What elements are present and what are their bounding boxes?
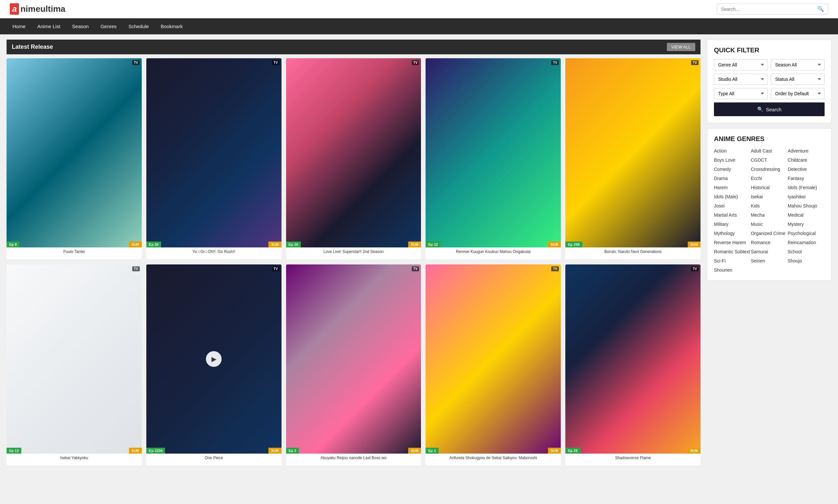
genre-link-seinen[interactable]: Seinen xyxy=(751,257,788,265)
nav-genres[interactable]: Genres xyxy=(95,18,122,34)
genre-filter[interactable]: Genre All xyxy=(714,59,768,70)
anime-title: Fuuto Tantei xyxy=(6,248,142,259)
ep-badge: Ep 26 xyxy=(565,448,580,454)
genre-link-comedy[interactable]: Comedy xyxy=(714,166,751,173)
genre-link-cgdct[interactable]: CGDCT xyxy=(751,157,788,164)
anime-card[interactable]: TVEp 268SUBBoruto: Naruto Next Generatio… xyxy=(565,58,700,259)
genre-link-adventure[interactable]: Adventure xyxy=(788,147,824,155)
genre-link-harem[interactable]: Harem xyxy=(714,184,751,191)
genre-link-iyashikei[interactable]: Iyashikei xyxy=(788,193,824,200)
genre-link-organized-crime[interactable]: Organized Crime xyxy=(751,230,788,237)
ep-badge: Ep 12 xyxy=(6,448,21,454)
nav-season[interactable]: Season xyxy=(66,18,95,34)
quick-filter-panel: QUICK FILTER Genre All Season All Studio… xyxy=(707,40,832,123)
genre-link-historical[interactable]: Historical xyxy=(751,184,788,191)
filter-grid-row1: Genre All Season All xyxy=(714,59,824,70)
studio-filter[interactable]: Studio All xyxy=(714,74,768,85)
main-nav: Home Anime List Season Genres Schedule B… xyxy=(0,18,838,34)
anime-genres-title: ANIME GENRES xyxy=(714,135,824,143)
genre-link-kids[interactable]: Kids xyxy=(751,202,788,210)
genre-link-medical[interactable]: Medical xyxy=(788,212,824,219)
nav-schedule[interactable]: Schedule xyxy=(122,18,155,34)
header-search-container: 🔍 xyxy=(717,4,828,14)
genre-link-childcare[interactable]: Childcare xyxy=(788,157,824,164)
anime-title: Boruto: Naruto Next Generations xyxy=(565,248,700,259)
season-filter[interactable]: Season All xyxy=(771,59,824,70)
anime-card[interactable]: TVEp 12SUBIsekai Yakkyoku xyxy=(6,265,142,465)
genre-link-boys-love[interactable]: Boys Love xyxy=(714,157,751,164)
type-filter[interactable]: Type All xyxy=(714,88,768,99)
genre-link-mystery[interactable]: Mystery xyxy=(788,220,824,228)
anime-card[interactable]: TVEp 10SUBLove Live! Superstar!! 2nd Sea… xyxy=(286,58,421,259)
type-badge: TV xyxy=(272,266,280,271)
sidebar: QUICK FILTER Genre All Season All Studio… xyxy=(707,40,832,471)
genre-link-fantasy[interactable]: Fantasy xyxy=(788,175,824,182)
anime-title: Arifureta Shokugyou de Sekai Saikyou: Ma… xyxy=(426,454,561,465)
genre-link-samurai[interactable]: Samurai xyxy=(751,248,788,255)
ep-badge: Ep 12 xyxy=(426,241,440,248)
anime-grid-bottom: TVEp 12SUBIsekai YakkyokuTV▶Ep 1034SUBOn… xyxy=(6,265,700,465)
logo-rest: nimeultima xyxy=(20,4,65,14)
genre-link-idols-male[interactable]: Idols (Male) xyxy=(714,193,751,200)
type-badge: TV xyxy=(691,60,698,65)
genre-link-military[interactable]: Military xyxy=(714,220,751,228)
genre-link-reverse-harem[interactable]: Reverse Harem xyxy=(714,239,751,246)
sub-badge: SUB xyxy=(129,448,142,454)
ep-badge: Ep 1 xyxy=(426,448,438,454)
anime-grid-top: TVEp 9SUBFuuto TanteiTVEp 26SUBYu☆Gi☆Oh!… xyxy=(6,58,700,259)
genre-link-music[interactable]: Music xyxy=(751,220,788,228)
genre-link-school[interactable]: School xyxy=(788,248,824,255)
main-layout: Latest Release VIEW ALL TVEp 9SUBFuuto T… xyxy=(0,34,838,476)
search-icon: 🔍 xyxy=(757,106,763,112)
anime-card[interactable]: TVEp 26SUBShadowverse Flame xyxy=(565,265,700,465)
nav-home[interactable]: Home xyxy=(6,18,32,34)
genre-link-mythology[interactable]: Mythology xyxy=(714,230,751,237)
genre-link-martial-arts[interactable]: Martial Arts xyxy=(714,212,751,219)
search-input[interactable] xyxy=(721,6,817,12)
status-filter[interactable]: Status All xyxy=(771,74,824,85)
genre-link-shounen[interactable]: Shounen xyxy=(714,266,751,274)
genre-link-adult-cast[interactable]: Adult Cast xyxy=(751,147,788,155)
latest-release-title: Latest Release xyxy=(12,43,53,50)
filter-search-button[interactable]: 🔍 Search xyxy=(714,103,824,116)
genre-link-mecha[interactable]: Mecha xyxy=(751,212,788,219)
anime-title: Love Live! Superstar!! 2nd Season xyxy=(286,248,421,259)
genre-link-psychological[interactable]: Psychological xyxy=(788,230,824,237)
anime-card[interactable]: TVEp 26SUBYu☆Gi☆Oh!!: Go Rush!! xyxy=(146,58,282,259)
anime-card[interactable]: TVEp 1SUBAkuyaku Reijou nanode Last Boss… xyxy=(286,265,421,465)
genre-link-ecchi[interactable]: Ecchi xyxy=(751,175,788,182)
anime-card[interactable]: TVEp 9SUBFuuto Tantei xyxy=(6,58,142,259)
anime-title: One Piece xyxy=(146,454,282,465)
genre-link-mahou-shoujo[interactable]: Mahou Shoujo xyxy=(788,202,824,210)
genre-link-action[interactable]: Action xyxy=(714,147,751,155)
view-all-button[interactable]: VIEW ALL xyxy=(667,43,695,51)
genre-link-detective[interactable]: Detective xyxy=(788,166,824,173)
genre-link-reincarnation[interactable]: Reincarnation xyxy=(788,239,824,246)
type-badge: TV xyxy=(132,266,140,271)
genre-link-drama[interactable]: Drama xyxy=(714,175,751,182)
play-button[interactable]: ▶ xyxy=(206,351,221,367)
ep-badge: Ep 1 xyxy=(286,448,299,454)
nav-bookmark[interactable]: Bookmark xyxy=(155,18,189,34)
type-badge: TV xyxy=(132,60,140,65)
nav-anime-list[interactable]: Anime List xyxy=(32,18,66,34)
order-filter[interactable]: Order by Default xyxy=(771,88,824,99)
genre-link-isekai[interactable]: Isekai xyxy=(751,193,788,200)
genre-link-romance[interactable]: Romance xyxy=(751,239,788,246)
genre-link-idols-female[interactable]: Idols (Female) xyxy=(788,184,824,191)
sub-badge: SUB xyxy=(688,241,700,248)
anime-card[interactable]: TVEp 1SUBArifureta Shokugyou de Sekai Sa… xyxy=(426,265,561,465)
genre-link-shoujo[interactable]: Shoujo xyxy=(788,257,824,265)
genre-link-romantic-subtext[interactable]: Romantic Subtext xyxy=(714,248,751,255)
site-logo[interactable]: a nimeultima xyxy=(10,3,66,15)
sub-badge: SUB xyxy=(129,241,142,248)
type-badge: TV xyxy=(272,60,280,65)
anime-card[interactable]: TV▶Ep 1034SUBOne Piece xyxy=(146,265,282,465)
sub-badge: SUB xyxy=(548,241,561,248)
genre-link-crossdressing[interactable]: Crossdressing xyxy=(751,166,788,173)
anime-genres-panel: ANIME GENRES ActionAdult CastAdventureBo… xyxy=(707,128,832,281)
genre-link-josei[interactable]: Josei xyxy=(714,202,751,210)
anime-card[interactable]: TVEp 12SUBRenmei Kuugun Koukuu Mahou Ong… xyxy=(426,58,561,259)
genre-link-sci-fi[interactable]: Sci-Fi xyxy=(714,257,751,265)
filter-search-label: Search xyxy=(766,107,782,112)
